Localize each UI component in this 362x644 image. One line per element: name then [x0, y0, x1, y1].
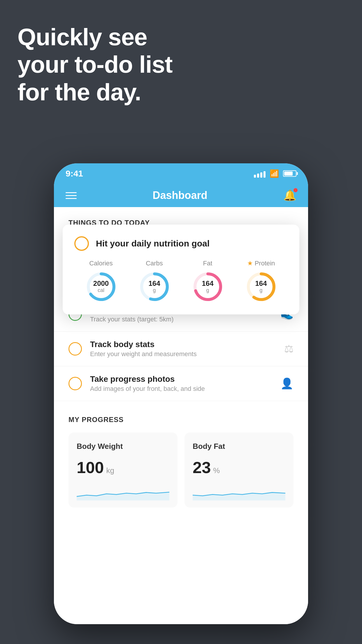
- card-title: Hit your daily nutrition goal: [96, 239, 210, 249]
- status-time: 9:41: [66, 169, 83, 178]
- scale-icon: ⚖: [284, 343, 294, 355]
- fat-label: Fat: [203, 260, 212, 267]
- photos-check-circle: [68, 377, 82, 390]
- protein-label: ★ Protein: [247, 260, 275, 267]
- calories-donut: 2000 cal: [85, 271, 117, 303]
- star-icon: ★: [247, 260, 253, 267]
- body-fat-chart: [193, 484, 285, 501]
- body-weight-card: Body Weight 100 kg: [68, 433, 178, 508]
- content-area: THINGS TO DO TODAY Hit your daily nutrit…: [54, 207, 308, 624]
- body-stats-check-circle: [68, 342, 82, 356]
- running-subtitle: Track your stats (target: 5km): [90, 316, 272, 323]
- photos-title: Take progress photos: [90, 374, 272, 384]
- carbs-stat: Carbs 164 g: [138, 260, 171, 303]
- nav-title: Dashboard: [152, 189, 207, 202]
- protein-stat: ★ Protein 164 g: [245, 260, 277, 303]
- fat-donut: 164 g: [192, 271, 224, 303]
- wifi-icon: 📶: [270, 169, 279, 178]
- status-icons: 📶: [254, 169, 296, 178]
- floating-card: Hit your daily nutrition goal Calories 2…: [63, 225, 299, 314]
- body-stats-subtitle: Enter your weight and measurements: [90, 350, 276, 358]
- body-weight-value: 100: [77, 458, 104, 477]
- nav-bar: Dashboard 🔔: [54, 184, 308, 207]
- body-weight-chart: [77, 484, 169, 501]
- todo-item-body-stats[interactable]: Track body stats Enter your weight and m…: [54, 332, 308, 366]
- body-fat-title: Body Fat: [193, 442, 285, 451]
- body-fat-card: Body Fat 23 %: [184, 433, 294, 508]
- status-bar: 9:41 📶: [54, 163, 308, 184]
- body-fat-unit: %: [213, 466, 220, 475]
- protein-donut: 164 g: [245, 271, 277, 303]
- progress-section: MY PROGRESS Body Weight 100 kg Body Fat: [54, 401, 308, 508]
- nutrition-check-circle[interactable]: [74, 236, 89, 251]
- body-fat-value: 23: [193, 458, 211, 477]
- body-weight-unit: kg: [106, 466, 114, 475]
- photos-subtitle: Add images of your front, back, and side: [90, 385, 272, 393]
- progress-heading: MY PROGRESS: [68, 416, 294, 424]
- photo-icon: 👤: [280, 377, 294, 390]
- bell-icon[interactable]: 🔔: [283, 189, 296, 202]
- carbs-label: Carbs: [146, 260, 163, 267]
- notification-dot: [294, 188, 298, 192]
- fat-stat: Fat 164 g: [192, 260, 224, 303]
- body-stats-title: Track body stats: [90, 340, 276, 349]
- calories-label: Calories: [89, 260, 113, 267]
- phone-shell: 9:41 📶 Dashboard 🔔 TH: [54, 163, 308, 624]
- carbs-donut: 164 g: [138, 271, 171, 303]
- headline: Quickly see your to-do list for the day.: [17, 23, 173, 106]
- calories-stat: Calories 2000 cal: [85, 260, 117, 303]
- battery-icon: [283, 170, 296, 177]
- nutrition-stats: Calories 2000 cal Carbs: [74, 260, 288, 303]
- hamburger-menu[interactable]: [66, 192, 77, 199]
- signal-icon: [254, 169, 266, 178]
- progress-cards: Body Weight 100 kg Body Fat 23 %: [68, 433, 294, 508]
- todo-item-photos[interactable]: Take progress photos Add images of your …: [54, 366, 308, 401]
- body-weight-title: Body Weight: [77, 442, 169, 451]
